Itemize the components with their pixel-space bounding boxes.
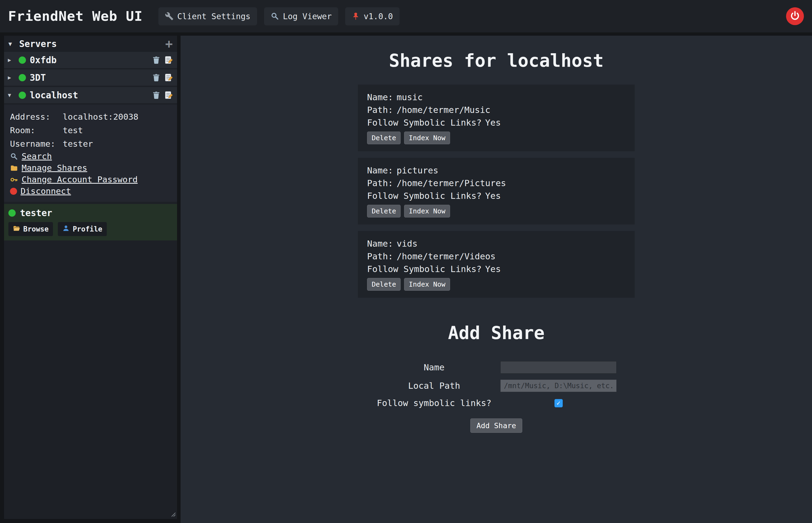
person-icon bbox=[62, 224, 70, 234]
room-value: test bbox=[63, 124, 171, 137]
user-block: tester Browse Profile bbox=[4, 204, 177, 240]
client-settings-label: Client Settings bbox=[177, 12, 251, 21]
log-viewer-button[interactable]: Log Viewer bbox=[264, 7, 338, 25]
delete-share-button[interactable]: Delete bbox=[367, 278, 401, 291]
share-path-value: /home/termer/Pictures bbox=[396, 178, 506, 188]
change-password-link-label: Change Account Password bbox=[22, 174, 138, 185]
power-button[interactable] bbox=[786, 7, 804, 25]
follow-links-checkbox[interactable]: ✓ bbox=[554, 399, 563, 408]
delete-share-button[interactable]: Delete bbox=[367, 131, 401, 144]
edit-icon[interactable] bbox=[164, 90, 173, 100]
share-path-value: /home/termer/Music bbox=[396, 105, 490, 115]
server-name: 3DT bbox=[30, 72, 46, 83]
server-row-0xfdb[interactable]: ▶ 0xfdb bbox=[4, 52, 177, 68]
sidebar: ▼ Servers + ▶ 0xfdb ▶ 3DT bbox=[4, 36, 177, 519]
pushpin-icon bbox=[352, 12, 360, 20]
share-follow-label: Follow Symbolic Links? bbox=[367, 264, 482, 274]
status-dot-online bbox=[8, 209, 16, 217]
share-path-label: Path: bbox=[367, 251, 393, 262]
index-now-button[interactable]: Index Now bbox=[404, 131, 450, 144]
add-share-title: Add Share bbox=[180, 323, 812, 343]
manage-shares-link[interactable]: Manage Shares bbox=[10, 162, 171, 174]
browse-button-label: Browse bbox=[23, 225, 49, 233]
share-follow-label: Follow Symbolic Links? bbox=[367, 118, 482, 128]
manage-shares-link-label: Manage Shares bbox=[22, 162, 87, 174]
name-field-label: Name bbox=[372, 362, 496, 373]
edit-icon[interactable] bbox=[164, 73, 173, 82]
layout: ▼ Servers + ▶ 0xfdb ▶ 3DT bbox=[0, 32, 812, 520]
user-name: tester bbox=[20, 208, 52, 218]
page-title: Shares for localhost bbox=[180, 50, 812, 71]
folder-open-icon bbox=[13, 224, 20, 234]
server-name: localhost bbox=[30, 90, 78, 101]
share-path-label: Path: bbox=[367, 105, 393, 115]
add-server-button[interactable]: + bbox=[165, 38, 173, 50]
delete-share-button[interactable]: Delete bbox=[367, 205, 401, 217]
share-path-label: Path: bbox=[367, 178, 393, 188]
share-card: Name:vids Path:/home/termer/Videos Follo… bbox=[358, 231, 635, 298]
server-details: Address: localhost:20038 Room: test User… bbox=[4, 105, 177, 202]
magnifier-icon bbox=[270, 12, 279, 20]
edit-icon[interactable] bbox=[164, 55, 173, 65]
index-now-button[interactable]: Index Now bbox=[404, 278, 450, 291]
trash-icon[interactable] bbox=[152, 90, 161, 100]
trash-icon[interactable] bbox=[152, 55, 161, 65]
server-row-3dt[interactable]: ▶ 3DT bbox=[4, 69, 177, 86]
search-link[interactable]: Search bbox=[10, 150, 171, 162]
magnifier-icon bbox=[10, 152, 18, 160]
share-name-label: Name: bbox=[367, 165, 393, 176]
address-value: localhost:20038 bbox=[63, 110, 171, 124]
share-card: Name:pictures Path:/home/termer/Pictures… bbox=[358, 158, 635, 224]
version-label: v1.0.0 bbox=[364, 12, 393, 21]
client-settings-button[interactable]: Client Settings bbox=[158, 7, 257, 25]
share-path-value: /home/termer/Videos bbox=[396, 251, 495, 262]
trash-icon[interactable] bbox=[152, 73, 161, 82]
power-icon bbox=[789, 10, 801, 22]
status-dot-online bbox=[19, 92, 26, 99]
address-label: Address: bbox=[10, 110, 63, 124]
browse-button[interactable]: Browse bbox=[8, 222, 53, 236]
username-label: Username: bbox=[10, 137, 63, 150]
profile-button-label: Profile bbox=[73, 225, 103, 233]
disconnect-link[interactable]: Disconnect bbox=[10, 185, 171, 197]
disconnect-link-label: Disconnect bbox=[20, 185, 71, 197]
log-viewer-label: Log Viewer bbox=[283, 12, 332, 21]
local-path-field-label: Local Path bbox=[372, 381, 496, 391]
change-password-link[interactable]: Change Account Password bbox=[10, 174, 171, 185]
share-name-value: vids bbox=[396, 238, 417, 249]
share-card: Name:music Path:/home/termer/Music Follo… bbox=[358, 85, 635, 151]
server-row-localhost[interactable]: ▼ localhost bbox=[4, 87, 177, 103]
key-icon bbox=[10, 176, 18, 184]
share-name-label: Name: bbox=[367, 92, 393, 102]
servers-header-label: Servers bbox=[19, 39, 57, 49]
profile-button[interactable]: Profile bbox=[58, 222, 107, 236]
server-name: 0xfdb bbox=[30, 55, 56, 65]
local-path-field[interactable] bbox=[500, 380, 617, 392]
share-name-value: music bbox=[396, 92, 423, 102]
folder-icon bbox=[10, 164, 18, 172]
share-name-value: pictures bbox=[396, 165, 438, 176]
add-share-button[interactable]: Add Share bbox=[470, 418, 522, 433]
main-content: Shares for localhost Name:music Path:/ho… bbox=[180, 36, 812, 523]
name-field[interactable] bbox=[500, 361, 617, 374]
status-dot-online bbox=[19, 74, 26, 81]
index-now-button[interactable]: Index Now bbox=[404, 205, 450, 217]
chevron-right-icon[interactable]: ▶ bbox=[8, 74, 15, 81]
sidebar-resize-handle[interactable] bbox=[170, 511, 176, 518]
chevron-right-icon[interactable]: ▶ bbox=[8, 57, 15, 63]
share-follow-label: Follow Symbolic Links? bbox=[367, 191, 482, 201]
follow-links-label: Follow symbolic links? bbox=[372, 398, 496, 408]
chevron-down-icon[interactable]: ▼ bbox=[8, 92, 15, 98]
room-label: Room: bbox=[10, 124, 63, 137]
app-title: FriendNet Web UI bbox=[8, 8, 143, 24]
share-follow-value: Yes bbox=[485, 191, 501, 201]
chevron-down-icon[interactable]: ▼ bbox=[8, 40, 16, 47]
username-value: tester bbox=[63, 137, 171, 150]
red-dot-icon bbox=[10, 188, 17, 195]
share-follow-value: Yes bbox=[485, 118, 501, 128]
servers-header: ▼ Servers + bbox=[4, 36, 177, 52]
version-button[interactable]: v1.0.0 bbox=[345, 7, 399, 25]
search-link-label: Search bbox=[22, 150, 52, 162]
share-name-label: Name: bbox=[367, 238, 393, 249]
add-share-form: Name Local Path Follow symbolic links? ✓… bbox=[372, 361, 621, 433]
